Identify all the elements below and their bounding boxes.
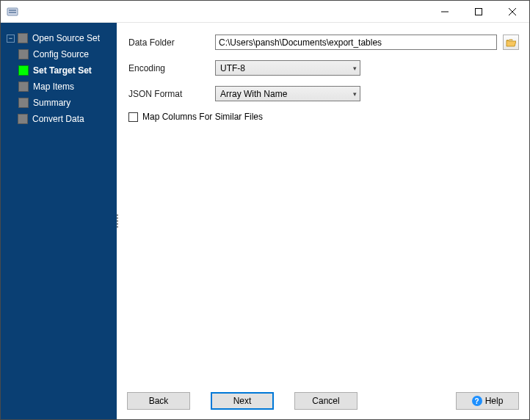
json-format-label: JSON Format: [128, 89, 209, 99]
expander-placeholder: [7, 115, 15, 123]
map-columns-row: Map Columns For Similar Files: [128, 112, 519, 122]
chevron-down-icon: ▾: [353, 65, 357, 72]
folder-open-icon: [506, 38, 516, 47]
step-status-icon: [18, 65, 29, 76]
step-summary[interactable]: Summary: [15, 95, 117, 111]
cancel-button[interactable]: Cancel: [294, 392, 357, 410]
minimize-button[interactable]: [428, 1, 462, 23]
svg-rect-1: [9, 10, 16, 11]
svg-line-5: [509, 8, 516, 15]
svg-rect-2: [9, 12, 16, 13]
step-label: Set Target Set: [33, 65, 92, 76]
map-columns-checkbox[interactable]: [128, 112, 138, 122]
map-columns-label: Map Columns For Similar Files: [142, 112, 263, 122]
step-convert-data[interactable]: Convert Data: [1, 111, 117, 127]
browse-folder-button[interactable]: [503, 35, 519, 50]
step-label: Summary: [33, 98, 70, 108]
step-config-source[interactable]: Config Source: [15, 46, 117, 62]
step-status-icon: [18, 98, 29, 108]
wizard-steps-sidebar: − Open Source Set Config Source: [1, 23, 117, 419]
data-folder-label: Data Folder: [128, 37, 209, 48]
wizard-window: − Open Source Set Config Source: [0, 0, 530, 420]
chevron-down-icon: ▾: [353, 90, 357, 98]
help-button[interactable]: ? Help: [456, 392, 519, 410]
svg-rect-4: [476, 8, 482, 15]
wizard-button-bar: Back Next Cancel ? Help: [117, 388, 529, 419]
encoding-select[interactable]: UTF-8 ▾: [215, 60, 360, 76]
app-icon: [7, 6, 18, 18]
step-status-icon: [18, 114, 28, 124]
sidebar-splitter[interactable]: [114, 23, 117, 419]
button-label: Next: [233, 396, 252, 406]
encoding-value: UTF-8: [220, 63, 245, 73]
back-button[interactable]: Back: [127, 392, 190, 410]
step-label: Open Source Set: [32, 33, 100, 43]
step-label: Config Source: [33, 49, 89, 59]
step-set-target-set[interactable]: Set Target Set: [15, 62, 117, 79]
step-map-items[interactable]: Map Items: [15, 79, 117, 95]
step-label: Map Items: [33, 82, 74, 92]
collapse-icon[interactable]: −: [7, 35, 15, 43]
json-format-value: Array With Name: [220, 89, 287, 99]
json-format-select[interactable]: Array With Name ▾: [215, 86, 360, 101]
maximize-button[interactable]: [462, 1, 495, 23]
button-label: Help: [485, 396, 504, 406]
close-button[interactable]: [495, 1, 529, 23]
splitter-grip-icon: [117, 214, 118, 228]
encoding-label: Encoding: [128, 63, 209, 73]
main-panel: Data Folder Encoding UTF-8 ▾: [117, 23, 529, 419]
titlebar: [1, 1, 529, 23]
data-folder-input[interactable]: [215, 35, 497, 50]
step-status-icon: [18, 82, 29, 92]
form-area: Data Folder Encoding UTF-8 ▾: [117, 23, 529, 388]
button-label: Back: [149, 396, 169, 406]
svg-line-6: [509, 8, 516, 15]
step-status-icon: [18, 33, 28, 43]
button-label: Cancel: [312, 396, 339, 406]
step-status-icon: [18, 49, 29, 59]
step-open-source-set[interactable]: − Open Source Set: [1, 30, 117, 46]
help-icon: ?: [472, 396, 482, 406]
step-label: Convert Data: [32, 114, 84, 124]
next-button[interactable]: Next: [211, 392, 274, 410]
